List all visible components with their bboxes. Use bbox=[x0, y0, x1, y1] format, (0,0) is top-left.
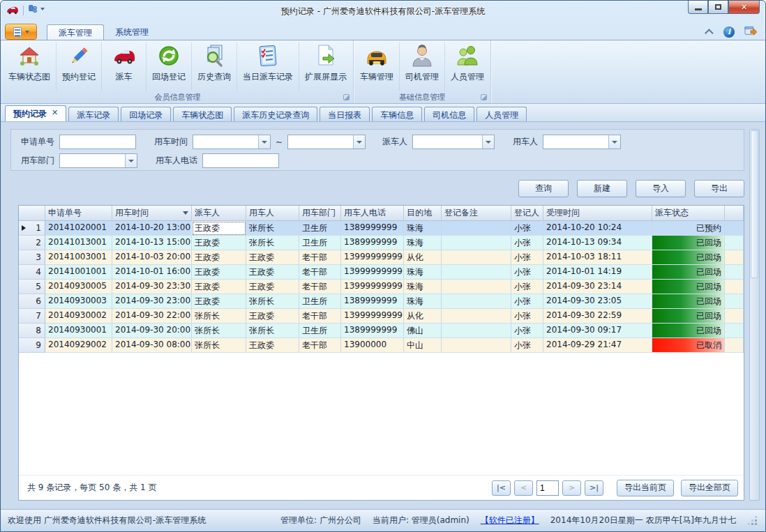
tab-close-icon[interactable]: ✕ bbox=[52, 108, 58, 117]
extend-screen-button[interactable]: 扩展屏显示 bbox=[299, 42, 352, 91]
cell-registrar[interactable]: 小张 bbox=[511, 324, 543, 338]
cell-use-time[interactable]: 2014-09-30 23:00 bbox=[112, 294, 192, 309]
tab-daily-report[interactable]: 当日报表 bbox=[320, 107, 370, 121]
user-phone-input[interactable] bbox=[202, 153, 279, 168]
cell-dispatcher[interactable]: 王政委 bbox=[192, 250, 246, 265]
cell-filler[interactable] bbox=[725, 280, 744, 294]
vehicle-status-map-button[interactable]: 车辆状态图 bbox=[3, 42, 57, 91]
application-menu-button[interactable] bbox=[5, 24, 37, 40]
cell-department[interactable]: 老干部 bbox=[299, 338, 341, 353]
cell-note[interactable] bbox=[442, 294, 511, 309]
cell-destination[interactable]: 佛山 bbox=[404, 324, 442, 338]
today-dispatch-records-button[interactable]: 当日派车记录 bbox=[237, 42, 299, 91]
minimize-button[interactable] bbox=[688, 1, 708, 14]
tab-dispatch-records[interactable]: 派车记录 bbox=[68, 107, 119, 121]
header-order-no[interactable]: 申请单号 bbox=[45, 206, 112, 220]
cell-destination[interactable]: 从化 bbox=[404, 250, 442, 265]
header-use-time[interactable]: 用车时间 bbox=[112, 206, 192, 220]
cell-registrar[interactable]: 小张 bbox=[511, 309, 543, 324]
cell-user[interactable]: 王政委 bbox=[246, 309, 299, 324]
user-combo[interactable] bbox=[543, 135, 621, 149]
cell-use-time[interactable]: 2014-09-30 23:30 bbox=[112, 280, 192, 294]
cell-filler[interactable] bbox=[725, 250, 744, 265]
cell-filler[interactable] bbox=[725, 324, 744, 338]
restore-button[interactable] bbox=[708, 1, 728, 14]
cell-dispatcher[interactable]: 张所长 bbox=[192, 309, 246, 324]
cell-department[interactable]: 老干部 bbox=[299, 250, 341, 265]
cell-order-no[interactable]: 20140930003 bbox=[45, 294, 112, 309]
export-button[interactable]: 导出 bbox=[694, 180, 744, 197]
use-time-from-combo[interactable] bbox=[193, 135, 271, 149]
table-row[interactable]: 2201410130012014-10-13 15:00王政委张所长卫生所138… bbox=[19, 236, 744, 250]
cell-dispatcher[interactable]: 王政委 bbox=[192, 221, 246, 236]
cell-dispatch-status[interactable]: 已回场 bbox=[652, 236, 725, 250]
header-accept-time[interactable]: 受理时间 bbox=[543, 206, 652, 220]
cell-department[interactable]: 老干部 bbox=[299, 309, 341, 324]
cell-department[interactable]: 老干部 bbox=[299, 280, 341, 294]
personnel-manage-button[interactable]: 人员管理 bbox=[445, 42, 490, 91]
cell-department[interactable]: 卫生所 bbox=[299, 236, 341, 250]
header-dispatch-status[interactable]: 派车状态 bbox=[652, 206, 725, 220]
table-row[interactable]: 4201410010012014-10-01 16:00王政委王政委老干部139… bbox=[19, 265, 744, 280]
header-user[interactable]: 用车人 bbox=[246, 206, 299, 220]
row-indicator[interactable]: 7 bbox=[19, 309, 45, 324]
sort-filter-icon[interactable] bbox=[183, 211, 188, 215]
use-time-to-combo[interactable] bbox=[287, 135, 366, 149]
export-current-page-button[interactable]: 导出当前页 bbox=[617, 480, 674, 496]
cell-order-no[interactable]: 20141013001 bbox=[45, 236, 112, 250]
cell-accept-time[interactable]: 2014-10-03 18:11 bbox=[543, 250, 652, 265]
cell-note[interactable] bbox=[442, 280, 511, 294]
tab-driver-info[interactable]: 司机信息 bbox=[424, 107, 474, 121]
cell-destination[interactable]: 珠海 bbox=[404, 280, 442, 294]
cell-filler[interactable] bbox=[725, 309, 744, 324]
cell-dispatch-status[interactable]: 已回场 bbox=[652, 280, 725, 294]
cell-registrar[interactable]: 小张 bbox=[511, 236, 543, 250]
cell-filler[interactable] bbox=[725, 338, 744, 353]
cell-filler[interactable] bbox=[725, 265, 744, 280]
cell-dispatch-status[interactable]: 已预约 bbox=[652, 221, 725, 236]
cell-use-time[interactable]: 2014-10-13 15:00 bbox=[112, 236, 192, 250]
collapse-ribbon-icon[interactable] bbox=[705, 29, 714, 38]
cell-user[interactable]: 王政委 bbox=[246, 250, 299, 265]
cell-department[interactable]: 卫生所 bbox=[299, 221, 341, 236]
cell-registrar[interactable]: 小张 bbox=[511, 265, 543, 280]
cell-use-time[interactable]: 2014-09-30 08:00 bbox=[112, 338, 192, 353]
cell-use-time[interactable]: 2014-10-01 16:00 bbox=[112, 265, 192, 280]
cell-registrar[interactable]: 小张 bbox=[511, 250, 543, 265]
cell-use-time[interactable]: 2014-10-20 13:00 bbox=[112, 221, 192, 236]
cell-registrar[interactable]: 小张 bbox=[511, 294, 543, 309]
row-indicator[interactable]: 3 bbox=[19, 250, 45, 265]
cell-phone[interactable]: 1389999999 bbox=[341, 236, 404, 250]
cell-dispatcher[interactable]: 张所长 bbox=[192, 324, 246, 338]
cell-phone[interactable]: 13999999999 bbox=[341, 280, 404, 294]
ribbon-tab-system[interactable]: 系统管理 bbox=[104, 24, 160, 40]
cell-registrar[interactable]: 小张 bbox=[511, 221, 543, 236]
cell-user[interactable]: 张所长 bbox=[246, 236, 299, 250]
cell-filler[interactable] bbox=[725, 236, 744, 250]
cell-filler[interactable] bbox=[725, 294, 744, 309]
reservation-register-button[interactable]: 预约登记 bbox=[57, 42, 102, 91]
cell-order-no[interactable]: 20140929002 bbox=[45, 338, 112, 353]
order-no-input[interactable] bbox=[59, 135, 136, 149]
cell-filler[interactable] bbox=[725, 221, 744, 236]
cell-phone[interactable]: 1389999999 bbox=[341, 324, 404, 338]
create-button[interactable]: 新建 bbox=[577, 180, 627, 197]
first-page-button[interactable]: |< bbox=[492, 480, 511, 496]
cell-phone[interactable]: 13999999999 bbox=[341, 250, 404, 265]
cell-dispatcher[interactable]: 王政委 bbox=[192, 280, 246, 294]
cell-accept-time[interactable]: 2014-09-30 23:05 bbox=[543, 294, 652, 309]
cell-dispatcher[interactable]: 张所长 bbox=[192, 338, 246, 353]
chevron-down-icon[interactable] bbox=[125, 154, 137, 167]
info-icon[interactable]: i bbox=[723, 26, 735, 38]
cell-phone[interactable]: 13999999999 bbox=[341, 265, 404, 280]
table-row[interactable]: 9201409290022014-09-30 08:00张所长王政委老干部139… bbox=[19, 338, 744, 353]
export-all-pages-button[interactable]: 导出全部页 bbox=[681, 480, 738, 496]
cell-department[interactable]: 老干部 bbox=[299, 265, 341, 280]
row-indicator[interactable]: 5 bbox=[19, 280, 45, 294]
cell-destination[interactable]: 珠海 bbox=[404, 221, 442, 236]
tab-return-records[interactable]: 回场记录 bbox=[121, 107, 171, 121]
cell-dispatcher[interactable]: 王政委 bbox=[192, 294, 246, 309]
cell-dispatch-status[interactable]: 已回场 bbox=[652, 294, 725, 309]
cell-note[interactable] bbox=[442, 265, 511, 280]
cell-destination[interactable]: 中山 bbox=[404, 338, 442, 353]
